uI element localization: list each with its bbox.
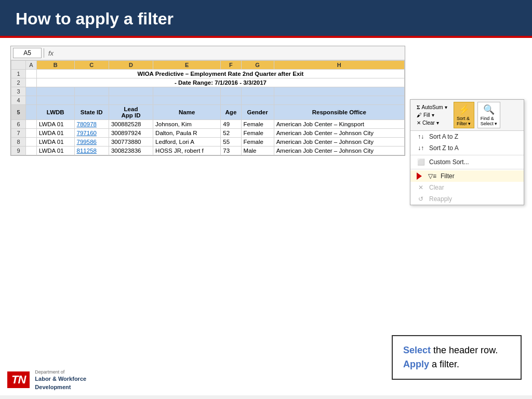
reapply-icon: ↺ bbox=[417, 195, 425, 203]
formula-bar: A5 fx bbox=[11, 46, 405, 60]
sigma-icon: Σ bbox=[417, 104, 420, 110]
table-row: 7 LWDA 01 797160 300897924 Dalton, Paula… bbox=[11, 129, 405, 138]
clear-button[interactable]: ✕ Clear ▾ bbox=[416, 119, 448, 126]
corner-cell bbox=[11, 61, 26, 70]
instruction-middle-text: the header row. bbox=[431, 345, 498, 355]
cell-g8: Female bbox=[241, 138, 274, 147]
fill-icon: 🖌 bbox=[417, 112, 422, 118]
autosum-group: Σ AutoSum ▾ 🖌 Fill ▾ ✕ Clear ▾ bbox=[414, 103, 450, 127]
sort-za-icon: ↓↑ bbox=[417, 144, 425, 152]
col-header-g[interactable]: G bbox=[241, 61, 274, 70]
row-num-4: 4 bbox=[11, 96, 26, 105]
ribbon-menu: Σ AutoSum ▾ 🖌 Fill ▾ ✕ Clear ▾ ⚡ Sort bbox=[410, 99, 524, 205]
col-header-b[interactable]: B bbox=[36, 61, 74, 70]
sort-filter-dropdown: ↑↓ Sort A to Z ↓↑ Sort Z to A ⬜ Custom S… bbox=[410, 131, 524, 205]
cell-h8: American Job Center – Johnson City bbox=[274, 138, 404, 147]
cell-b6: LWDA 01 bbox=[36, 120, 74, 129]
autosum-label: AutoSum bbox=[422, 104, 443, 110]
col-header-f[interactable]: F bbox=[221, 61, 241, 70]
cell-a3 bbox=[26, 87, 37, 96]
cell-h5: Responsible Office bbox=[274, 105, 404, 120]
cell-d7: 300897924 bbox=[109, 129, 153, 138]
cell-f3 bbox=[221, 87, 241, 96]
cell-h4 bbox=[274, 96, 404, 105]
cell-d3 bbox=[109, 87, 153, 96]
cell-c7: 797160 bbox=[74, 129, 109, 138]
cell-f6: 49 bbox=[221, 120, 241, 129]
cell-b8: LWDA 01 bbox=[36, 138, 74, 147]
filter-arrow-icon bbox=[417, 172, 422, 180]
cell-f8: 55 bbox=[221, 138, 241, 147]
fill-dropdown-icon: ▾ bbox=[432, 112, 434, 118]
instruction-apply-text: Apply bbox=[403, 359, 429, 369]
tn-org-line1: Labor & Workforce bbox=[35, 375, 86, 383]
table-row: 6 LWDA 01 780978 300882528 Johnson, Kim … bbox=[11, 120, 405, 129]
cell-h9: American Job Center – Johnson City bbox=[274, 147, 404, 155]
cell-a6 bbox=[26, 120, 37, 129]
cell-e6: Johnson, Kim bbox=[153, 120, 221, 129]
custom-sort-label: Custom Sort... bbox=[429, 158, 469, 166]
cell-e3 bbox=[153, 87, 221, 96]
clear-icon: ✕ bbox=[417, 120, 421, 126]
header-row: 5 LWDB State ID LeadApp ID Name Age Gend… bbox=[11, 105, 405, 120]
table-row: 8 LWDA 01 799586 300773880 Ledford, Lori… bbox=[11, 138, 405, 147]
formula-bar-divider bbox=[44, 48, 44, 58]
cell-f5: Age bbox=[221, 105, 241, 120]
col-header-h[interactable]: H bbox=[274, 61, 404, 70]
fill-button[interactable]: 🖌 Fill ▾ bbox=[416, 112, 448, 118]
cell-a5 bbox=[26, 105, 37, 120]
slide-title: How to apply a filter bbox=[16, 9, 174, 28]
row-num-1: 1 bbox=[11, 70, 26, 78]
cell-b4 bbox=[36, 96, 74, 105]
filter-item[interactable]: ▽≡ Filter bbox=[410, 170, 524, 182]
menu-separator-1 bbox=[410, 155, 524, 155]
col-header-c[interactable]: C bbox=[74, 61, 109, 70]
table-row: 1 WIOA Predictive – Employment Rate 2nd … bbox=[11, 70, 405, 78]
row-num-2: 2 bbox=[11, 78, 26, 87]
custom-sort-item[interactable]: ⬜ Custom Sort... bbox=[410, 156, 524, 168]
main-content: A5 fx A B C D E F G H bbox=[0, 38, 532, 395]
ribbon-top-row: Σ AutoSum ▾ 🖌 Fill ▾ ✕ Clear ▾ ⚡ Sort bbox=[410, 100, 524, 131]
sort-filter-button[interactable]: ⚡ Sort &Filter ▾ bbox=[454, 102, 474, 128]
cell-d6: 300882528 bbox=[109, 120, 153, 129]
reapply-label: Reapply bbox=[429, 195, 452, 203]
cell-reference-box[interactable]: A5 bbox=[13, 48, 42, 58]
cell-g6: Female bbox=[241, 120, 274, 129]
cell-a1 bbox=[26, 70, 37, 78]
instruction-select-text: Select bbox=[403, 345, 431, 355]
row-num-9: 9 bbox=[11, 147, 26, 155]
cell-d9: 300823836 bbox=[109, 147, 153, 155]
find-select-button[interactable]: 🔍 Find &Select ▾ bbox=[477, 102, 501, 128]
cell-c5: State ID bbox=[74, 105, 109, 120]
cell-e9: HOSS JR, robert f bbox=[153, 147, 221, 155]
table-row: 9 LWDA 01 811258 300823836 HOSS JR, robe… bbox=[11, 147, 405, 155]
cell-g7: Female bbox=[241, 129, 274, 138]
table-row: 2 - Date Range: 7/1/2016 - 3/3/2017 bbox=[11, 78, 405, 87]
cell-d5: LeadApp ID bbox=[109, 105, 153, 120]
cell-b7: LWDA 01 bbox=[36, 129, 74, 138]
col-header-d[interactable]: D bbox=[109, 61, 153, 70]
cell-h7: American Job Center – Johnson City bbox=[274, 129, 404, 138]
autosum-button[interactable]: Σ AutoSum ▾ bbox=[416, 104, 448, 111]
cell-title-row2: - Date Range: 7/1/2016 - 3/3/2017 bbox=[36, 78, 404, 87]
custom-sort-icon: ⬜ bbox=[417, 158, 425, 166]
sort-filter-label: Sort &Filter ▾ bbox=[457, 116, 471, 126]
cell-e8: Ledford, Lori A bbox=[153, 138, 221, 147]
spreadsheet: A5 fx A B C D E F G H bbox=[10, 46, 405, 156]
cell-g4 bbox=[241, 96, 274, 105]
menu-separator-2 bbox=[410, 169, 524, 169]
spreadsheet-grid: A B C D E F G H 1 WIOA Predi bbox=[11, 60, 405, 155]
sort-a-to-z-item[interactable]: ↑↓ Sort A to Z bbox=[410, 131, 524, 142]
cell-a2 bbox=[26, 78, 37, 87]
tn-logo: TN bbox=[7, 371, 30, 388]
cell-b5: LWDB bbox=[36, 105, 74, 120]
formula-input[interactable] bbox=[58, 49, 403, 57]
clear-filter-item: ✕ Clear bbox=[410, 182, 524, 193]
cell-d8: 300773880 bbox=[109, 138, 153, 147]
cell-f9: 73 bbox=[221, 147, 241, 155]
col-header-e[interactable]: E bbox=[153, 61, 221, 70]
cell-a4 bbox=[26, 96, 37, 105]
col-header-a[interactable]: A bbox=[26, 61, 37, 70]
sort-z-to-a-item[interactable]: ↓↑ Sort Z to A bbox=[410, 142, 524, 154]
cell-b9: LWDA 01 bbox=[36, 147, 74, 155]
